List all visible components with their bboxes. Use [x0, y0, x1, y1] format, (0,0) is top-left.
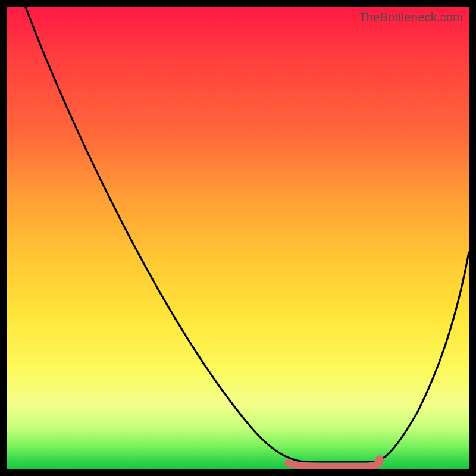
chart-frame: TheBottleneck.com [7, 7, 469, 469]
chart-gradient-background [7, 7, 469, 469]
watermark-text: TheBottleneck.com [359, 11, 463, 24]
